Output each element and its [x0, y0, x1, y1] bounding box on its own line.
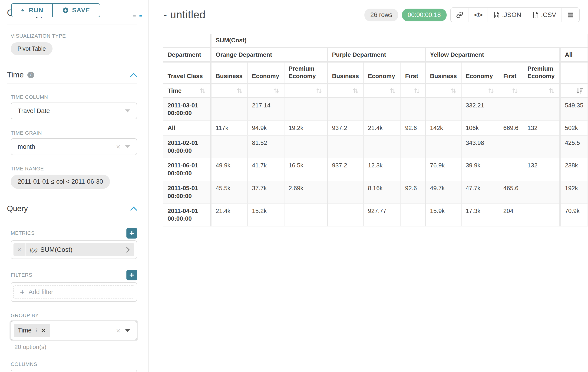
pivot-cell: 927.77	[364, 204, 401, 226]
time-column-label: TIME COLUMN	[11, 94, 137, 100]
sort-icon[interactable]	[199, 87, 206, 94]
visualization-type-value[interactable]: Pivot Table	[11, 42, 52, 55]
sort-icon[interactable]	[273, 87, 280, 94]
clear-icon[interactable]: ×	[116, 143, 120, 150]
pivot-cell	[499, 158, 523, 181]
page-title[interactable]: - untitled	[163, 8, 205, 21]
section-divider	[7, 217, 137, 217]
pivot-cell	[523, 204, 560, 226]
add-filter-button[interactable]: +	[126, 270, 137, 280]
sort-icon[interactable]	[413, 87, 420, 94]
export-json-button[interactable]: .JSON	[488, 8, 526, 22]
function-icon: f(x)	[30, 247, 37, 253]
pivot-row-header: 2011-02-01 00:00:00	[163, 136, 211, 158]
pivot-cell	[364, 98, 401, 121]
clear-icon[interactable]: ×	[116, 327, 120, 334]
travel-class-header: Business	[327, 62, 364, 84]
save-button-label: SAVE	[72, 7, 90, 14]
export-button-group: </> .JSON .CSV	[451, 7, 580, 22]
export-csv-button[interactable]: .CSV	[527, 8, 561, 22]
chevron-right-icon[interactable]	[121, 243, 134, 256]
sort-icon[interactable]	[511, 87, 518, 94]
column-dimension-label: Travel Class	[163, 62, 211, 84]
time-range-value[interactable]: 2011-01-01 ≤ col < 2011-06-30	[11, 175, 110, 189]
sort-header	[364, 84, 401, 98]
menu-button[interactable]	[561, 8, 579, 22]
sort-icon[interactable]	[450, 87, 457, 94]
run-button[interactable]: RUN	[12, 4, 52, 17]
table-row: 2011-04-01 00:00:0021.4k15.2k927.7715.9k…	[163, 204, 588, 226]
pivot-cell: 192k	[560, 181, 588, 204]
time-grain-value: month	[18, 143, 35, 150]
view-query-button[interactable]: </>	[469, 8, 488, 22]
metric-pill[interactable]: × f(x) SUM(Cost)	[13, 243, 134, 256]
pivot-cell	[425, 98, 461, 121]
sort-icon[interactable]	[389, 87, 396, 94]
share-link-button[interactable]	[451, 8, 469, 22]
pivot-cell	[401, 98, 425, 121]
sort-header	[523, 84, 560, 98]
pivot-cell	[523, 181, 560, 204]
pivot-cell	[499, 136, 523, 158]
pivot-cell: 70.9k	[560, 204, 588, 226]
time-column-select[interactable]: Travel Date	[11, 103, 137, 119]
csv-file-icon	[533, 11, 539, 19]
pivot-cell	[364, 136, 401, 158]
sort-icon[interactable]	[352, 87, 359, 94]
lightning-icon	[21, 7, 26, 14]
sort-icon[interactable]	[548, 87, 555, 94]
pivot-cell: 17.3k	[461, 204, 499, 226]
query-timer-badge: 00:00:00.18	[402, 9, 447, 21]
pivot-cell	[327, 204, 364, 226]
sort-icon[interactable]	[487, 87, 494, 94]
link-icon	[456, 11, 463, 18]
remove-tag-icon[interactable]: ✕	[41, 327, 46, 334]
pivot-cell: 49.7k	[425, 181, 461, 204]
hamburger-icon	[567, 12, 574, 18]
pivot-cell: 106k	[461, 121, 499, 136]
sort-header	[248, 84, 284, 98]
pivot-cell: 425.5	[560, 136, 588, 158]
pivot-cell	[401, 136, 425, 158]
group-by-select[interactable]: Time i ✕ ×	[11, 321, 137, 340]
remove-metric-icon[interactable]: ×	[13, 243, 26, 256]
json-file-icon	[494, 11, 500, 19]
chevron-up-icon[interactable]	[130, 73, 137, 77]
group-by-label: GROUP BY	[11, 312, 137, 319]
time-grain-select[interactable]: month ×	[11, 138, 137, 155]
add-filter-dropzone[interactable]: + Add filter	[13, 285, 134, 299]
pivot-cell: 45.5k	[211, 181, 248, 204]
travel-class-header: Premium Economy	[523, 62, 560, 84]
metrics-label: METRICS	[11, 230, 35, 236]
pivot-cell: 502k	[560, 121, 588, 136]
pivot-cell: 132	[523, 121, 560, 136]
pivot-row-header: 2011-04-01 00:00:00	[163, 204, 211, 226]
json-button-label: .JSON	[502, 11, 521, 19]
sort-icon[interactable]	[315, 87, 323, 94]
pivot-cell	[401, 204, 425, 226]
tag-label: Time	[18, 327, 32, 334]
pivot-table: SUM(Cost)DepartmentOrange DepartmentPurp…	[163, 34, 588, 226]
save-button[interactable]: SAVE	[52, 4, 100, 17]
chevron-up-icon[interactable]	[130, 206, 137, 211]
time-column-value: Travel Date	[18, 107, 50, 115]
column-group-header: All	[560, 47, 588, 62]
travel-class-header: Business	[425, 62, 461, 84]
pivot-row-header: 2011-06-01 00:00:00	[163, 158, 211, 181]
sort-descending-icon[interactable]	[576, 87, 583, 94]
plus-circle-icon	[62, 7, 69, 13]
column-group-header: Yellow Department	[425, 47, 560, 62]
chevron-down-icon[interactable]	[125, 329, 130, 332]
pivot-cell: 132	[523, 158, 560, 181]
pivot-cell: 465.6	[499, 181, 523, 204]
add-metric-button[interactable]: +	[126, 228, 137, 239]
sort-icon[interactable]	[236, 87, 243, 94]
query-section-header: Query	[7, 204, 137, 213]
pivot-cell	[211, 98, 248, 121]
travel-class-header: First	[401, 62, 425, 84]
pivot-cell	[523, 136, 560, 158]
columns-select[interactable]: Department ✕ Travel Class ✕ ×	[11, 370, 137, 372]
sort-header	[211, 84, 248, 98]
csv-button-label: .CSV	[541, 11, 556, 19]
pivot-cell: 238k	[560, 158, 588, 181]
